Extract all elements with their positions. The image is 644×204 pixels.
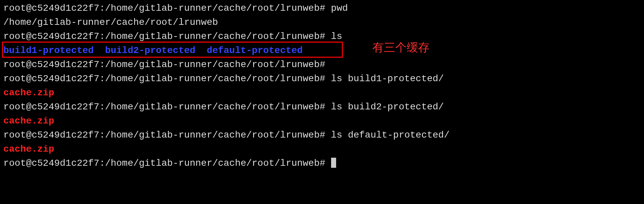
shell-prompt: root@c5249d1c22f7:/home/gitlab-runner/ca… bbox=[3, 102, 325, 112]
command-text: ls bbox=[331, 31, 343, 42]
terminal-line: root@c5249d1c22f7:/home/gitlab-runner/ca… bbox=[3, 128, 641, 142]
pwd-output: /home/gitlab-runner/cache/root/lrunweb bbox=[3, 17, 218, 28]
shell-prompt: root@c5249d1c22f7:/home/gitlab-runner/ca… bbox=[3, 31, 325, 42]
command-text: ls build1-protected/ bbox=[331, 73, 444, 84]
shell-prompt: root@c5249d1c22f7:/home/gitlab-runner/ca… bbox=[3, 158, 325, 168]
command-text: ls build2-protected/ bbox=[331, 102, 444, 112]
command-text: pwd bbox=[331, 3, 348, 13]
terminal-output: cache.zip bbox=[3, 114, 641, 128]
terminal-output: cache.zip bbox=[3, 86, 641, 100]
terminal-output: cache.zip bbox=[3, 142, 641, 156]
shell-prompt: root@c5249d1c22f7:/home/gitlab-runner/ca… bbox=[3, 59, 325, 70]
terminal-line: root@c5249d1c22f7:/home/gitlab-runner/ca… bbox=[3, 72, 641, 86]
archive-file: cache.zip bbox=[3, 144, 54, 154]
archive-file: cache.zip bbox=[3, 116, 54, 126]
directory-entry: build1-protected bbox=[3, 45, 94, 56]
terminal-line: root@c5249d1c22f7:/home/gitlab-runner/ca… bbox=[3, 30, 641, 44]
terminal-line: root@c5249d1c22f7:/home/gitlab-runner/ca… bbox=[3, 1, 641, 15]
archive-file: cache.zip bbox=[3, 88, 54, 98]
terminal-line: root@c5249d1c22f7:/home/gitlab-runner/ca… bbox=[3, 58, 641, 72]
shell-prompt: root@c5249d1c22f7:/home/gitlab-runner/ca… bbox=[3, 3, 325, 13]
directory-entry: default-protected bbox=[207, 45, 303, 56]
terminal-line: root@c5249d1c22f7:/home/gitlab-runner/ca… bbox=[3, 100, 641, 114]
terminal-output: /home/gitlab-runner/cache/root/lrunweb bbox=[3, 15, 641, 30]
command-text: ls default-protected/ bbox=[331, 130, 450, 140]
terminal-output: build1-protected build2-protected defaul… bbox=[3, 44, 641, 58]
shell-prompt: root@c5249d1c22f7:/home/gitlab-runner/ca… bbox=[3, 73, 325, 84]
directory-entry: build2-protected bbox=[105, 45, 195, 56]
shell-prompt: root@c5249d1c22f7:/home/gitlab-runner/ca… bbox=[3, 130, 325, 140]
terminal-line[interactable]: root@c5249d1c22f7:/home/gitlab-runner/ca… bbox=[3, 156, 641, 170]
cursor-icon bbox=[331, 158, 336, 168]
annotation-text: 有三个缓存 bbox=[372, 39, 430, 56]
